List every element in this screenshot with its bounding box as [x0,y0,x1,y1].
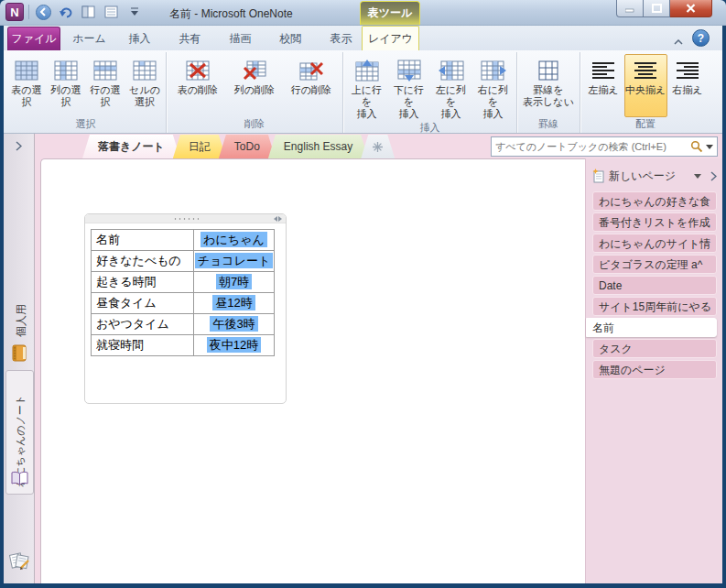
full-page-view-button[interactable] [103,3,121,21]
page-tab[interactable]: 無題のページ [592,360,717,379]
open-book-icon [11,471,28,487]
page-tab-active[interactable]: 名前 [586,318,717,337]
insert-row-below-button[interactable]: 下に行を 挿入 [388,54,430,121]
align-center-button[interactable]: 中央揃え [624,54,667,117]
customize-qat-button[interactable] [125,3,144,21]
section-tab-nikki[interactable]: 日記 [173,135,226,158]
tab-view[interactable]: 表示 [316,27,366,50]
new-page-label: 新しいページ [609,169,694,184]
divider [28,5,29,19]
table-cell-label[interactable]: 起きる時間 [92,272,194,293]
button-label: 上に行を 挿入 [347,84,387,120]
tab-insert[interactable]: 挿入 [114,27,165,50]
notebook-icon[interactable] [11,344,28,362]
select-table-button[interactable]: 表の選択 [7,54,47,117]
group-label-alignment: 配置 [580,117,710,133]
table-tools-contextual-header: 表ツール [360,1,420,25]
help-button[interactable]: ? [692,29,710,47]
insert-column-right-button[interactable]: 右に列を 挿入 [472,54,515,121]
page-tab[interactable]: ピタゴラスの定理 a^ [592,255,717,274]
note-table: 名前 わにちゃん 好きなたべもの チョコレート 起きる時間 朝7時 [91,229,275,356]
align-center-icon [634,57,657,84]
tab-layout-active[interactable]: レイアウト [362,26,419,50]
table-cell-value[interactable]: わにちゃん [194,230,275,251]
section-tab-rakugaki[interactable]: 落書きノート [82,135,180,158]
table-row: 就寝時間 夜中12時 [92,335,275,356]
ribbon-group-delete: 表の削除 列の削除 行の削除 削除 [167,52,343,133]
tab-home[interactable]: ホーム [64,27,114,50]
search-scope-dropdown-icon[interactable] [706,145,713,149]
search-box [491,136,718,157]
expand-navbar-icon[interactable] [16,141,22,151]
group-label-select: 選択 [5,117,166,133]
drag-handle-icon [173,217,199,221]
table-cell-value[interactable]: チョコレート [194,251,275,272]
select-rows-button[interactable]: 行の選択 [86,54,125,117]
table-cell-label[interactable]: おやつタイム [92,314,194,335]
section-tab-todo[interactable]: ToDo [219,135,276,158]
delete-columns-button[interactable]: 列の削除 [226,54,283,117]
button-label: 表の選択 [8,84,46,108]
unfiled-notes-icon[interactable] [9,550,30,571]
notebook-personal[interactable]: 個人用 [14,304,29,337]
group-label-borders: 罫線 [517,117,580,133]
table-cell-label[interactable]: 名前 [92,230,194,251]
delete-table-button[interactable]: 表の削除 [169,54,226,117]
onenote-window: N [0,0,726,588]
insert-row-above-button[interactable]: 上に行を 挿入 [346,54,388,121]
search-icon[interactable] [690,140,703,153]
table-row: 名前 わにちゃん [92,230,275,251]
page-tab[interactable]: 番号付きリストを作成 [592,212,717,232]
page-tab[interactable]: サイト15周年前にやる [592,297,717,316]
align-left-button[interactable]: 左揃え [583,54,624,117]
search-input[interactable] [495,141,688,152]
insert-column-left-button[interactable]: 左に列を 挿入 [430,54,472,121]
minimize-icon [625,5,634,13]
select-cell-button[interactable]: セルの 選択 [125,54,165,117]
section-tab-english-essay[interactable]: English Essay [268,135,368,158]
minimize-button[interactable] [616,0,644,17]
hide-borders-button[interactable]: 罫線を 表示しない [518,54,579,117]
tab-file[interactable]: ファイル [7,27,60,50]
table-cell-label[interactable]: 昼食タイム [92,293,194,314]
expand-sidebar-icon[interactable] [710,171,717,181]
maximize-button[interactable] [644,0,670,17]
tab-draw[interactable]: 描画 [215,27,265,50]
note-container-header[interactable] [85,214,286,223]
button-label: 罫線を 表示しない [523,84,574,108]
table-cell-value[interactable]: 夜中12時 [194,335,275,356]
back-button[interactable] [34,3,52,21]
page-tab[interactable]: わにちゃんのサイト情 [592,234,717,253]
button-label: 列の選択 [48,84,85,108]
dock-to-desktop-button[interactable] [80,3,98,21]
collapse-ribbon-button[interactable] [674,35,683,48]
table-cell-label[interactable]: 就寝時間 [92,335,194,356]
new-section-tab[interactable] [361,135,395,158]
table-cell-value[interactable]: 昼12時 [194,293,275,314]
tab-share[interactable]: 共有 [165,27,215,50]
work-area: 名前 わにちゃん 好きなたべもの チョコレート 起きる時間 朝7時 [35,158,722,583]
select-columns-button[interactable]: 列の選択 [47,54,86,117]
undo-button[interactable] [57,3,75,21]
align-right-button[interactable]: 右揃え [667,54,709,117]
close-icon [686,4,696,13]
new-page-button[interactable]: 新しいページ [586,164,722,188]
table-cell-value[interactable]: 午後3時 [194,314,275,335]
table-cell-value[interactable]: 朝7時 [194,272,275,293]
table-row: おやつタイム 午後3時 [92,314,275,335]
page-tab[interactable]: わにちゃんの好きな食 [592,191,717,211]
tab-review[interactable]: 校閲 [265,27,316,50]
chevron-up-icon [674,39,683,45]
new-page-dropdown-icon[interactable] [694,174,701,179]
table-cell-label[interactable]: 好きなたべもの [92,251,194,272]
delete-rows-button[interactable]: 行の削除 [283,54,340,117]
page-tab[interactable]: Date [592,276,717,295]
resize-handle-icon[interactable] [274,216,282,222]
note-container: 名前 わにちゃん 好きなたべもの チョコレート 起きる時間 朝7時 [84,213,287,404]
insert-column-left-icon [439,57,464,84]
ribbon-group-insert: 上に行を 挿入 下に行を 挿入 左に列を 挿入 [343,52,517,133]
page-tab[interactable]: タスク [592,339,717,358]
close-button[interactable] [670,0,712,17]
page-canvas[interactable]: 名前 わにちゃん 好きなたべもの チョコレート 起きる時間 朝7時 [40,158,585,583]
onenote-logo-icon[interactable]: N [5,3,24,21]
